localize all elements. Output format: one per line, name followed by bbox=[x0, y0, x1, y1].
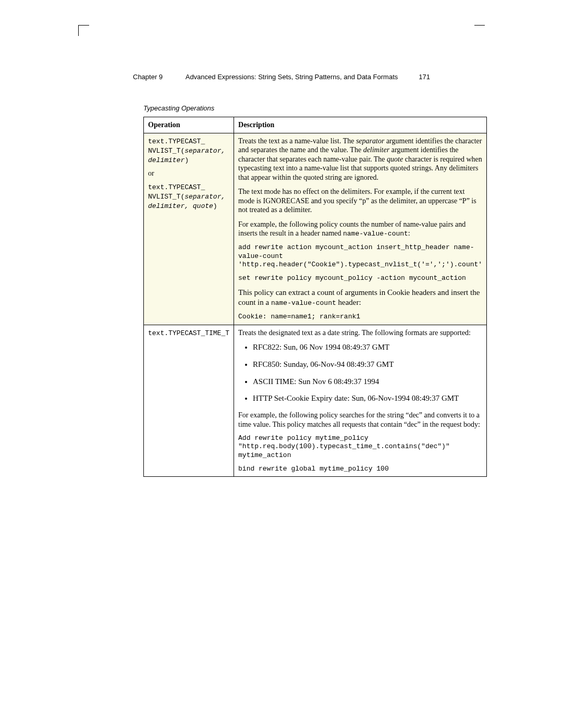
term: separator bbox=[356, 137, 384, 145]
chapter-label: Chapter 9 bbox=[133, 73, 163, 81]
code-block: add rewrite action mycount_action insert… bbox=[238, 243, 482, 269]
inline-code: name-value-count bbox=[271, 299, 336, 307]
format-list: RFC822: Sun, 06 Nov 1994 08:49:37 GMT RF… bbox=[238, 342, 482, 403]
col-header-description: Description bbox=[234, 117, 487, 133]
text: : bbox=[408, 229, 410, 237]
typecast-operations-table: Operation Description text.TYPECAST_ NVL… bbox=[143, 117, 487, 477]
operation-cell: text.TYPECAST_ NVLIST_T(separator, delim… bbox=[144, 133, 234, 325]
term: quote bbox=[387, 155, 403, 163]
list-item: RFC822: Sun, 06 Nov 1994 08:49:37 GMT bbox=[253, 342, 482, 352]
running-header: Chapter 9 Advanced Expressions: String S… bbox=[133, 73, 430, 81]
desc-paragraph: Treats the designated text as a date str… bbox=[238, 328, 482, 338]
op-code: text.TYPECAST_TIME_T bbox=[148, 329, 229, 337]
or-label: or bbox=[148, 169, 229, 178]
table-row: text.TYPECAST_ NVLIST_T(separator, delim… bbox=[144, 133, 487, 325]
code-block: bind rewrite global mytime_policy 100 bbox=[238, 465, 482, 473]
col-header-operation: Operation bbox=[144, 117, 234, 133]
desc-paragraph: For example, the following policy search… bbox=[238, 411, 482, 429]
operation-cell: text.TYPECAST_TIME_T bbox=[144, 325, 234, 477]
op-code: text.TYPECAST_ bbox=[148, 183, 205, 191]
list-item: RFC850: Sunday, 06-Nov-94 08:49:37 GMT bbox=[253, 360, 482, 369]
code-block: Add rewrite policy mytime_policy "http.r… bbox=[238, 434, 482, 460]
table-caption: Typecasting Operations bbox=[143, 104, 214, 112]
desc-paragraph: For example, the following policy counts… bbox=[238, 220, 482, 239]
term: delimiter bbox=[363, 146, 390, 154]
op-code: text.TYPECAST_ bbox=[148, 138, 205, 145]
crop-mark-top-left bbox=[78, 25, 89, 36]
list-item: HTTP Set-Cookie Expiry date: Sun, 06-Nov… bbox=[253, 393, 482, 403]
crop-mark-top-right bbox=[474, 25, 485, 36]
table-header-row: Operation Description bbox=[144, 117, 487, 133]
page-number: 171 bbox=[419, 73, 430, 81]
description-cell: Treats the designated text as a date str… bbox=[234, 325, 487, 477]
chapter-title: Advanced Expressions: String Sets, Strin… bbox=[186, 73, 398, 81]
desc-paragraph: The text mode has no effect on the delim… bbox=[238, 187, 482, 215]
op-code: NVLIST_T( bbox=[148, 147, 185, 155]
inline-code: name-value-count bbox=[343, 230, 408, 238]
desc-paragraph: Treats the text as a name-value list. Th… bbox=[238, 137, 482, 182]
page: Chapter 9 Advanced Expressions: String S… bbox=[0, 0, 563, 728]
code-block: Cookie: name=name1; rank=rank1 bbox=[238, 313, 482, 321]
op-code: NVLIST_T( bbox=[148, 193, 185, 201]
table-row: text.TYPECAST_TIME_T Treats the designat… bbox=[144, 325, 487, 477]
code-block: set rewrite policy mycount_policy -actio… bbox=[238, 274, 482, 282]
text: Treats the text as a name-value list. Th… bbox=[238, 137, 356, 145]
text: header: bbox=[336, 298, 361, 306]
op-code: ) bbox=[185, 156, 189, 164]
description-cell: Treats the text as a name-value list. Th… bbox=[234, 133, 487, 325]
op-code: ) bbox=[213, 202, 217, 210]
list-item: ASCII TIME: Sun Nov 6 08:49:37 1994 bbox=[253, 377, 482, 387]
desc-paragraph: This policy can extract a count of argum… bbox=[238, 288, 482, 307]
